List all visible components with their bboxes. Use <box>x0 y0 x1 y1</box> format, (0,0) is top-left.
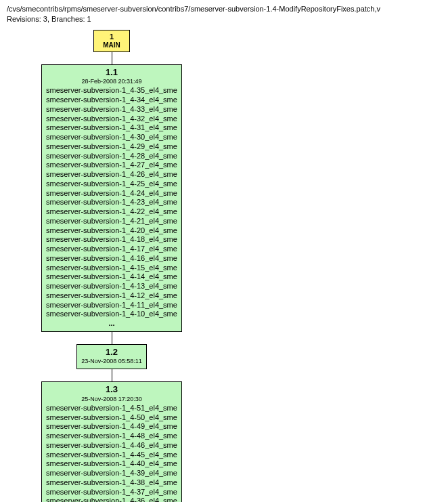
branch-number: 1 <box>101 33 122 41</box>
tag-item: smeserver-subversion-1_4-27_el4_sme <box>46 161 177 170</box>
tag-item: smeserver-subversion-1_4-29_el4_sme <box>46 142 177 152</box>
header: /cvs/smecontribs/rpms/smeserver-subversi… <box>7 4 441 24</box>
tag-item: smeserver-subversion-1_4-12_el4_sme <box>46 291 177 301</box>
tag-list: smeserver-subversion-1_4-35_el4_smesmese… <box>46 86 177 319</box>
tag-item: smeserver-subversion-1_4-23_el4_sme <box>46 198 177 207</box>
tag-list: smeserver-subversion-1_4-51_el4_smesmese… <box>46 404 177 502</box>
connector <box>112 332 112 344</box>
revision-version: 1.1 <box>46 67 177 78</box>
revision-node[interactable]: 1.1 28-Feb-2008 20:31:49 smeserver-subve… <box>41 64 182 332</box>
tag-item: smeserver-subversion-1_4-35_el4_sme <box>46 86 177 96</box>
revision-version: 1.3 <box>46 384 177 395</box>
tag-item: smeserver-subversion-1_4-48_el4_sme <box>46 432 177 441</box>
tag-item: smeserver-subversion-1_4-30_el4_sme <box>46 133 177 142</box>
tag-item: smeserver-subversion-1_4-10_el4_sme <box>46 310 177 319</box>
revision-version: 1.2 <box>81 347 142 358</box>
tag-item: smeserver-subversion-1_4-22_el4_sme <box>46 207 177 217</box>
connector <box>112 369 112 381</box>
more-indicator: ... <box>46 319 177 329</box>
tag-item: smeserver-subversion-1_4-24_el4_sme <box>46 189 177 198</box>
revision-node[interactable]: 1.2 23-Nov-2008 05:58:11 <box>76 344 147 370</box>
revision-node[interactable]: 1.3 25-Nov-2008 17:20:30 smeserver-subve… <box>41 381 182 502</box>
tag-item: smeserver-subversion-1_4-36_el4_sme <box>46 497 177 502</box>
revision-date: 28-Feb-2008 20:31:49 <box>46 78 177 85</box>
tag-item: smeserver-subversion-1_4-11_el4_sme <box>46 301 177 310</box>
branch-name: MAIN <box>101 41 122 49</box>
tag-item: smeserver-subversion-1_4-37_el4_sme <box>46 488 177 497</box>
tag-item: smeserver-subversion-1_4-28_el4_sme <box>46 152 177 161</box>
tag-item: smeserver-subversion-1_4-38_el4_sme <box>46 478 177 488</box>
tag-item: smeserver-subversion-1_4-17_el4_sme <box>46 245 177 254</box>
tag-item: smeserver-subversion-1_4-49_el4_sme <box>46 422 177 432</box>
tag-item: smeserver-subversion-1_4-21_el4_sme <box>46 217 177 226</box>
revision-graph: 1 MAIN 1.1 28-Feb-2008 20:31:49 smeserve… <box>20 30 203 502</box>
revision-date: 23-Nov-2008 05:58:11 <box>81 358 142 365</box>
tag-item: smeserver-subversion-1_4-14_el4_sme <box>46 272 177 282</box>
revision-stats: Revisions: 3, Branches: 1 <box>7 14 441 24</box>
tag-item: smeserver-subversion-1_4-32_el4_sme <box>46 114 177 124</box>
tag-item: smeserver-subversion-1_4-15_el4_sme <box>46 264 177 273</box>
tag-item: smeserver-subversion-1_4-34_el4_sme <box>46 96 177 105</box>
tag-item: smeserver-subversion-1_4-33_el4_sme <box>46 105 177 114</box>
tag-item: smeserver-subversion-1_4-16_el4_sme <box>46 254 177 264</box>
tag-item: smeserver-subversion-1_4-26_el4_sme <box>46 170 177 180</box>
tag-item: smeserver-subversion-1_4-50_el4_sme <box>46 413 177 423</box>
revision-date: 25-Nov-2008 17:20:30 <box>46 396 177 403</box>
tag-item: smeserver-subversion-1_4-18_el4_sme <box>46 235 177 245</box>
file-path: /cvs/smecontribs/rpms/smeserver-subversi… <box>7 4 441 14</box>
tag-item: smeserver-subversion-1_4-20_el4_sme <box>46 226 177 236</box>
tag-item: smeserver-subversion-1_4-45_el4_sme <box>46 451 177 460</box>
tag-item: smeserver-subversion-1_4-46_el4_sme <box>46 441 177 451</box>
tag-item: smeserver-subversion-1_4-51_el4_sme <box>46 404 177 413</box>
branch-box[interactable]: 1 MAIN <box>93 30 130 52</box>
tag-item: smeserver-subversion-1_4-40_el4_sme <box>46 459 177 469</box>
tag-item: smeserver-subversion-1_4-25_el4_sme <box>46 180 177 189</box>
connector <box>112 52 112 64</box>
tag-item: smeserver-subversion-1_4-31_el4_sme <box>46 123 177 133</box>
tag-item: smeserver-subversion-1_4-13_el4_sme <box>46 282 177 291</box>
tag-item: smeserver-subversion-1_4-39_el4_sme <box>46 469 177 478</box>
